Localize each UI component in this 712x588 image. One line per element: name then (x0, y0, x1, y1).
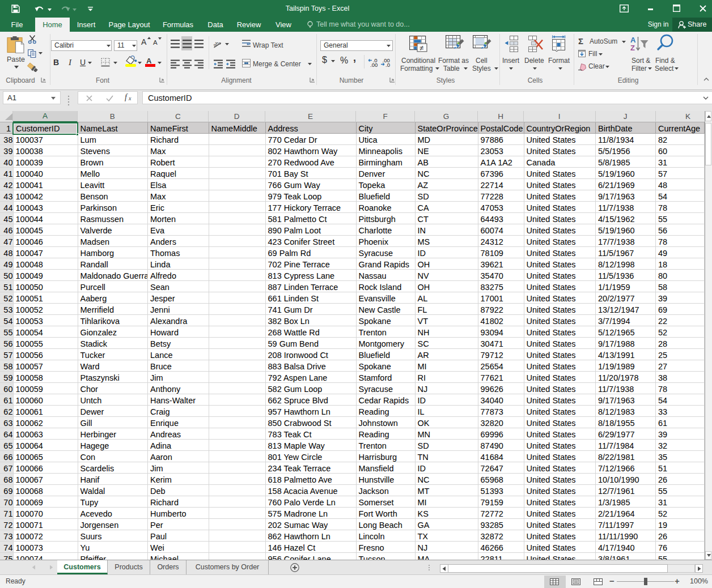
svg-text:≠: ≠ (419, 44, 423, 52)
svg-text:A: A (630, 36, 636, 44)
svg-text:ab: ab (213, 40, 220, 48)
svg-text:Z: Z (630, 44, 635, 52)
svg-text:.0: .0 (385, 62, 390, 67)
svg-text:.00: .00 (370, 62, 378, 67)
